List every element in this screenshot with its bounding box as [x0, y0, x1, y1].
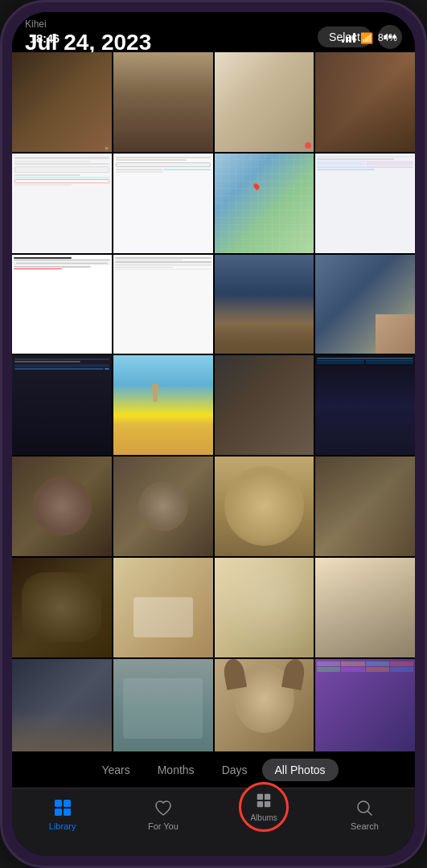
photo-thumb[interactable]	[215, 355, 314, 455]
photo-thumb[interactable]	[12, 659, 112, 752]
photo-thumb[interactable]	[113, 255, 213, 354]
svg-rect-4	[257, 794, 263, 800]
tab-bar: Library For You	[12, 788, 415, 856]
photo-thumb[interactable]	[12, 154, 112, 253]
tab-years[interactable]: Years	[88, 759, 142, 781]
photo-thumb[interactable]	[215, 52, 314, 152]
svg-rect-3	[64, 809, 71, 816]
photo-thumb[interactable]	[315, 558, 415, 657]
photo-row-7	[12, 659, 415, 752]
photo-row-2	[12, 154, 415, 253]
photo-row-5	[12, 457, 415, 556]
search-icon	[353, 796, 376, 819]
signal-icon	[342, 33, 355, 43]
tab-library[interactable]: Library	[12, 796, 113, 831]
photo-row-3	[12, 255, 415, 354]
svg-rect-7	[265, 801, 270, 807]
photo-thumb[interactable]	[113, 154, 213, 253]
tab-albums[interactable]: Albums	[214, 796, 314, 832]
photo-grid-container[interactable]: ▶	[12, 52, 415, 751]
battery-icon: 84%	[378, 32, 397, 43]
photo-thumb[interactable]	[12, 457, 112, 556]
tab-days[interactable]: Days	[209, 759, 261, 781]
photo-thumb[interactable]	[315, 255, 415, 354]
phone-screen: 18:46 📶 84% Kihei Jul 24, 2023	[12, 12, 415, 856]
photo-thumb[interactable]	[113, 558, 213, 657]
photo-thumb[interactable]	[315, 457, 415, 556]
tab-months[interactable]: Months	[145, 759, 207, 781]
svg-rect-1	[64, 800, 71, 807]
photo-thumb[interactable]	[215, 659, 314, 752]
photo-thumb[interactable]	[315, 52, 415, 152]
photo-thumb[interactable]	[12, 255, 112, 354]
photo-thumb[interactable]	[215, 457, 314, 556]
tab-library-label: Library	[49, 821, 76, 831]
photo-thumb[interactable]	[12, 355, 112, 455]
svg-rect-6	[257, 801, 263, 807]
notch	[163, 12, 265, 39]
tab-for-you[interactable]: For You	[113, 796, 213, 831]
photo-thumb[interactable]	[113, 52, 213, 152]
status-time: 18:46	[30, 31, 60, 45]
photo-thumb[interactable]	[215, 154, 314, 253]
library-icon	[51, 796, 74, 819]
svg-rect-5	[265, 794, 270, 800]
photo-thumb[interactable]: ▶	[12, 52, 112, 152]
for-you-icon	[152, 796, 174, 819]
albums-icon	[255, 792, 273, 813]
status-icons: 📶 84%	[342, 32, 397, 44]
tab-search[interactable]: Search	[314, 796, 415, 831]
photo-thumb[interactable]	[215, 255, 314, 354]
photo-thumb[interactable]	[113, 457, 213, 556]
photo-row-1: ▶	[12, 52, 415, 152]
photo-thumb[interactable]	[315, 355, 415, 455]
wifi-icon: 📶	[360, 32, 373, 44]
tab-albums-label: Albums	[250, 813, 277, 822]
photo-thumb[interactable]	[12, 558, 112, 657]
photo-thumb[interactable]	[215, 558, 314, 657]
view-tabs: Years Months Days All Photos	[12, 752, 415, 788]
tab-for-you-label: For You	[148, 821, 179, 831]
photo-thumb[interactable]	[315, 659, 415, 752]
photo-row-4	[12, 355, 415, 455]
tab-all-photos[interactable]: All Photos	[262, 759, 339, 781]
photo-thumb[interactable]	[113, 355, 213, 455]
svg-rect-0	[55, 800, 62, 807]
svg-rect-2	[55, 809, 62, 816]
bottom-controls: Years Months Days All Photos	[12, 752, 415, 788]
albums-circle[interactable]: Albums	[239, 782, 289, 832]
phone-frame: 18:46 📶 84% Kihei Jul 24, 2023	[0, 0, 427, 868]
tab-search-label: Search	[351, 821, 379, 831]
photo-thumb[interactable]	[315, 154, 415, 253]
photo-row-6	[12, 558, 415, 657]
photo-thumb[interactable]	[113, 659, 213, 752]
